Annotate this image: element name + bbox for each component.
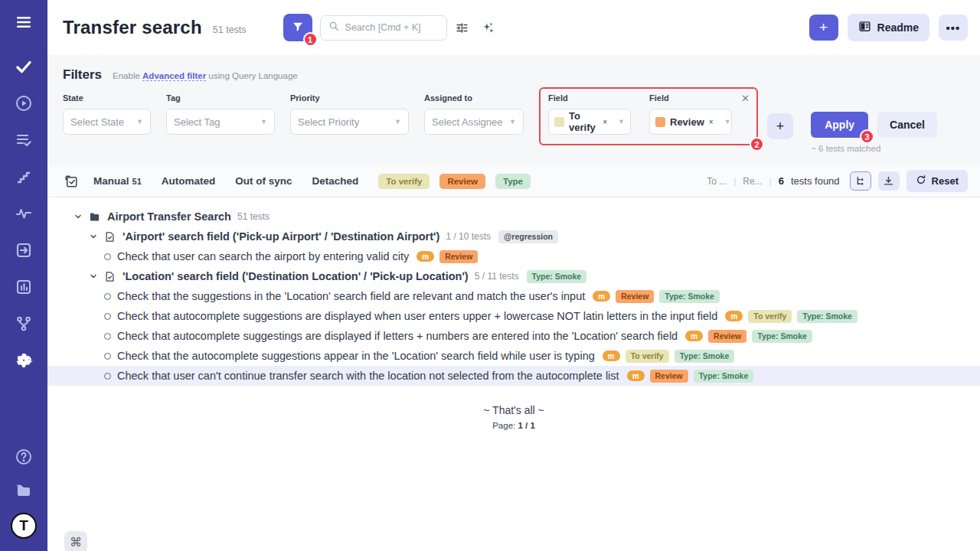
found-label: tests found (791, 175, 840, 187)
suite-meta: 5 / 11 tests (475, 271, 519, 282)
priority-label: Priority (290, 93, 409, 103)
suite-title[interactable]: 'Location' search field ('Destination Lo… (122, 270, 469, 282)
tree-row-suite[interactable]: 'Airport' search field ('Pick-up Airport… (47, 227, 980, 246)
tab-out-of-sync[interactable]: Out of sync (235, 175, 292, 187)
tag-select[interactable]: Select Tag ▼ (166, 109, 275, 135)
add-filter-button[interactable]: + (767, 113, 793, 139)
manual-badge: m (685, 331, 703, 341)
docs-folder-icon[interactable] (12, 479, 35, 502)
ai-sparkles-icon[interactable] (478, 17, 499, 38)
manual-badge: m (603, 350, 620, 361)
app-logo[interactable]: T (11, 513, 37, 539)
import-icon[interactable] (12, 239, 35, 262)
annotation-badge-1: 1 (303, 32, 318, 47)
test-bullet-icon (104, 293, 111, 300)
filter-chip-toverify[interactable]: To verify (378, 174, 430, 189)
tree-row-test-selected[interactable]: Check that user can't continue transfer … (47, 366, 980, 386)
pagination: Page: 1 / 1 (47, 421, 980, 430)
test-title[interactable]: Check that user can't continue transfer … (117, 370, 619, 382)
readme-button[interactable]: Readme (848, 14, 929, 41)
search-input[interactable] (345, 22, 439, 33)
tune-filters-icon[interactable] (452, 17, 473, 38)
page-value: 1 / 1 (518, 421, 534, 430)
field-value: To verify (569, 110, 598, 133)
run-play-icon[interactable] (12, 92, 35, 115)
assignee-select[interactable]: Select Assignee ▼ (424, 109, 524, 135)
found-count: 6 (779, 175, 784, 187)
test-title[interactable]: Check that autocomplete suggestions are … (117, 310, 717, 322)
readme-label: Readme (877, 21, 919, 34)
apply-label: Apply (825, 119, 854, 131)
suite-doc-icon (104, 231, 118, 243)
select-all-icon[interactable] (63, 173, 80, 190)
close-icon[interactable]: ✕ (741, 93, 750, 103)
chevron-down-icon: ▼ (260, 118, 267, 126)
tab-detached[interactable]: Detached (312, 175, 359, 187)
remove-value-icon[interactable]: × (709, 118, 714, 126)
filter-chip-review[interactable]: Review (439, 174, 485, 189)
more-options-button[interactable]: ••• (939, 15, 968, 41)
tree-row-test[interactable]: Check that the suggestions in the 'Locat… (47, 286, 980, 306)
branch-icon[interactable] (12, 312, 35, 335)
filters-heading: Filters (63, 67, 102, 83)
field-select-review[interactable]: Review × ▼ (649, 109, 732, 135)
help-icon[interactable] (12, 445, 35, 468)
state-select[interactable]: Select State ▼ (63, 109, 151, 135)
filter-button[interactable]: 1 (283, 14, 312, 41)
suite-title[interactable]: 'Airport' search field ('Pick-up Airport… (122, 230, 439, 243)
settings-gear-icon[interactable] (12, 349, 35, 372)
chevron-down-icon[interactable] (89, 272, 101, 281)
priority-select[interactable]: Select Priority ▼ (290, 109, 409, 135)
tree-view-toggle[interactable] (850, 171, 871, 191)
field-label: Field (649, 93, 732, 103)
chevron-down-icon[interactable] (74, 212, 86, 221)
advanced-filter-link[interactable]: Advanced filter (142, 71, 206, 81)
sidebar-bottom: T (11, 445, 37, 539)
download-button[interactable] (878, 171, 900, 191)
chevron-down-icon[interactable] (89, 232, 101, 241)
review-badge: Review (616, 290, 654, 303)
tree-row-test[interactable]: Check that autocomplete suggestions are … (47, 306, 980, 326)
command-shortcut-icon[interactable]: ⌘ (64, 531, 87, 551)
manual-badge: m (416, 251, 434, 262)
tab-automated[interactable]: Automated (162, 175, 216, 187)
cancel-button[interactable]: Cancel (877, 112, 937, 138)
smoke-badge: Type: Smoke (694, 370, 754, 383)
steps-icon[interactable] (12, 165, 35, 188)
apply-block: Apply 3 Cancel ~ 6 tests matched (811, 112, 937, 153)
tree-row-suite[interactable]: 'Location' search field ('Destination Lo… (47, 266, 980, 286)
tests-check-icon[interactable] (12, 55, 35, 78)
tests-matched-text: ~ 6 tests matched (811, 144, 937, 153)
filter-group-assignee: Assigned to Select Assignee ▼ (424, 93, 524, 135)
test-title[interactable]: Check that the autocomplete suggestions … (117, 350, 595, 362)
test-title[interactable]: Check that the suggestions in the 'Locat… (117, 290, 585, 302)
test-title[interactable]: Check that user can search the airport b… (117, 250, 409, 262)
apply-button[interactable]: Apply 3 (811, 112, 868, 138)
field-select-toverify[interactable]: To verify × ▼ (548, 109, 631, 135)
filter-chip-type[interactable]: Type (495, 174, 531, 189)
field-value: Review (670, 116, 704, 128)
reset-button[interactable]: Reset (906, 170, 968, 192)
tag-label: Tag (166, 93, 275, 103)
tree-row-test[interactable]: Check that user can search the airport b… (47, 246, 980, 266)
menu-icon[interactable] (12, 11, 35, 34)
search-box[interactable] (320, 15, 447, 41)
page-label: Page: (492, 421, 515, 430)
separator: | (733, 176, 736, 187)
book-icon (858, 20, 871, 35)
review-badge: Review (650, 370, 688, 383)
reset-label: Reset (932, 175, 959, 187)
activity-pulse-icon[interactable] (12, 202, 35, 225)
tag-badge: @regression (498, 230, 558, 243)
test-plans-icon[interactable] (12, 129, 35, 152)
tree-row-test[interactable]: Check that the autocomplete suggestions … (47, 346, 980, 366)
tree-row-folder[interactable]: Airport Transfer Search 51 tests (47, 207, 980, 227)
remove-value-icon[interactable]: × (603, 118, 607, 126)
reports-icon[interactable] (12, 276, 35, 298)
add-test-button[interactable]: + (809, 15, 838, 41)
tree-row-test[interactable]: Check that autocomplete suggestings are … (47, 326, 980, 346)
folder-title[interactable]: Airport Transfer Search (107, 210, 231, 223)
test-title[interactable]: Check that autocomplete suggestings are … (117, 330, 678, 342)
tab-manual[interactable]: Manual51 (93, 175, 142, 187)
review-swatch (655, 117, 665, 127)
